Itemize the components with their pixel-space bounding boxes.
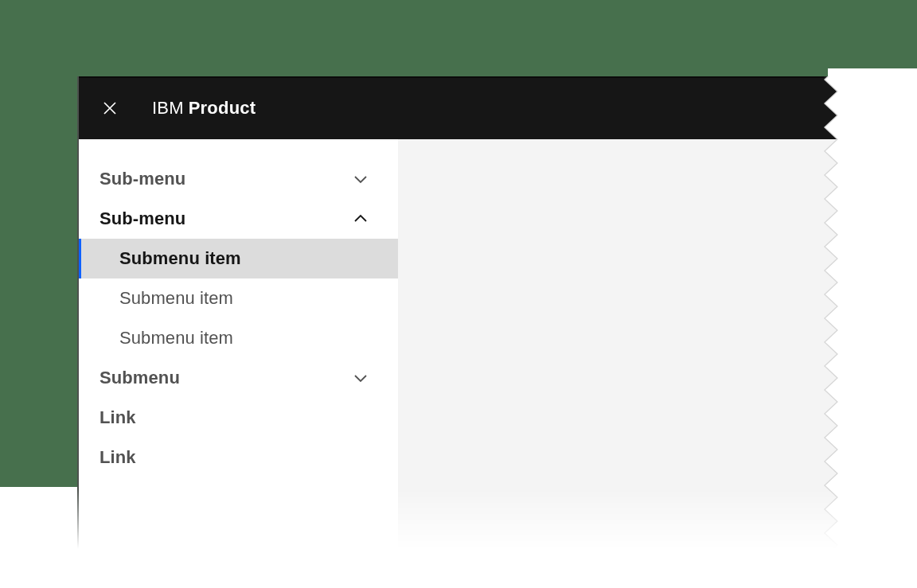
sidebar-item-link-2[interactable]: Link bbox=[77, 438, 398, 477]
sidebar-subitem-label: Submenu item bbox=[119, 288, 233, 309]
sidebar-item-label: Submenu bbox=[100, 368, 180, 388]
panel-top-border bbox=[77, 76, 824, 78]
chevron-up-icon bbox=[352, 210, 369, 228]
close-icon bbox=[101, 99, 119, 117]
chevron-down-icon bbox=[352, 369, 369, 387]
sidebar-item-submenu-collapsed-1[interactable]: Sub-menu bbox=[77, 159, 398, 199]
close-button[interactable] bbox=[101, 99, 119, 117]
app-header: IBMProduct bbox=[77, 76, 824, 139]
page: { "colors": { "background_green": "#4770… bbox=[0, 0, 917, 588]
sidebar-item-label: Link bbox=[100, 447, 136, 468]
background-green-left bbox=[0, 0, 77, 487]
torn-edge-zigzag bbox=[824, 76, 840, 549]
sidebar-subitem-3[interactable]: Submenu item bbox=[77, 318, 398, 358]
sidebar-item-label: Sub-menu bbox=[100, 208, 185, 229]
side-nav: Sub-menu Sub-menu Submenu item Submenu i… bbox=[77, 139, 398, 549]
background-green-top-right bbox=[828, 0, 917, 68]
brand-link[interactable]: IBMProduct bbox=[152, 98, 256, 119]
background-green-top bbox=[0, 0, 828, 76]
sidebar-item-label: Sub-menu bbox=[100, 169, 185, 189]
ui-shell-panel: IBMProduct Sub-menu Sub-menu Submenu ite… bbox=[77, 76, 840, 549]
sidebar-subitem-selected[interactable]: Submenu item bbox=[77, 239, 398, 278]
sidebar-item-submenu-collapsed-2[interactable]: Submenu bbox=[77, 358, 398, 398]
sidebar-item-link-1[interactable]: Link bbox=[77, 398, 398, 438]
sidebar-item-submenu-expanded[interactable]: Sub-menu bbox=[77, 199, 398, 239]
chevron-down-icon bbox=[352, 170, 369, 188]
panel-left-border bbox=[77, 76, 79, 549]
sidebar-subitem-label: Submenu item bbox=[119, 248, 241, 269]
sidebar-subitem-label: Submenu item bbox=[119, 328, 233, 349]
brand-name: Product bbox=[189, 98, 256, 118]
sidebar-item-label: Link bbox=[100, 407, 136, 428]
brand-prefix: IBM bbox=[152, 98, 184, 118]
content-area bbox=[398, 139, 824, 549]
sidebar-subitem-2[interactable]: Submenu item bbox=[77, 278, 398, 318]
